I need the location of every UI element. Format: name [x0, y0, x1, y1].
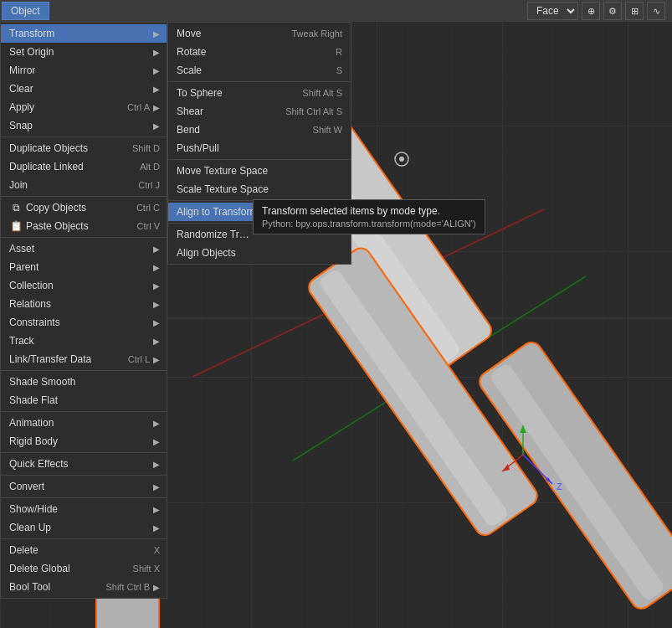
scale-texture-space-label: Scale Texture Space [177, 183, 342, 195]
divider-7 [1, 475, 167, 476]
shear-shortcut: Shift Ctrl Alt S [285, 106, 342, 116]
delete-global-label: Delete Global [9, 563, 116, 574]
menu-item-join[interactable]: Join Ctrl J [1, 176, 167, 194]
divider-4 [1, 370, 167, 371]
menu-item-rigid-body[interactable]: Rigid Body ▶ [1, 432, 167, 450]
rigid-body-arrow: ▶ [153, 437, 160, 446]
menu-item-track[interactable]: Track ▶ [1, 332, 167, 350]
menu-item-show-hide[interactable]: Show/Hide ▶ [1, 500, 167, 518]
submenu-item-move[interactable]: Move Tweak Right [168, 24, 351, 43]
submenu-item-move-texture-space[interactable]: Move Texture Space [168, 162, 351, 180]
track-arrow: ▶ [153, 337, 160, 346]
move-label: Move [177, 28, 278, 39]
paste-objects-shortcut: Ctrl V [137, 221, 161, 231]
submenu-item-scale-texture-space[interactable]: Scale Texture Space [168, 180, 351, 198]
object-mode-button[interactable]: Object [2, 2, 49, 20]
apply-shortcut: Ctrl A [127, 102, 150, 112]
grid-icon-btn[interactable]: ⊞ [625, 2, 644, 20]
collection-arrow: ▶ [153, 281, 160, 291]
divider-3 [1, 237, 167, 238]
shear-label: Shear [177, 106, 272, 117]
menu-item-clear[interactable]: Clear ▶ [1, 80, 167, 98]
link-transfer-label: Link/Transfer Data [9, 353, 111, 365]
topbar-right: Face ⊕ ⚙ ⊞ ∿ [527, 2, 672, 20]
duplicate-linked-shortcut: Alt D [140, 162, 160, 172]
menu-item-clean-up[interactable]: Clean Up ▶ [1, 518, 167, 537]
asset-arrow: ▶ [153, 245, 160, 254]
menu-item-snap[interactable]: Snap ▶ [1, 116, 167, 135]
clean-up-label: Clean Up [9, 522, 150, 533]
menu-item-convert[interactable]: Convert ▶ [1, 477, 167, 496]
divider-6 [1, 452, 167, 453]
menu-item-asset[interactable]: Asset ▶ [1, 239, 167, 258]
track-label: Track [9, 335, 150, 347]
clear-label: Clear [9, 83, 150, 95]
menu-item-set-origin[interactable]: Set Origin ▶ [1, 43, 167, 61]
quick-effects-label: Quick Effects [9, 458, 150, 470]
show-hide-arrow: ▶ [153, 505, 160, 514]
submenu-item-align-objects[interactable]: Align Objects [168, 244, 351, 262]
scale-shortcut: S [336, 65, 342, 75]
menu-item-relations[interactable]: Relations ▶ [1, 295, 167, 313]
menu-item-link-transfer[interactable]: Link/Transfer Data Ctrl L ▶ [1, 350, 167, 368]
menu-item-constraints[interactable]: Constraints ▶ [1, 313, 167, 332]
menu-item-paste-objects[interactable]: 📋 Paste Objects Ctrl V [1, 217, 167, 235]
join-shortcut: Ctrl J [138, 180, 160, 190]
delete-shortcut: X [154, 545, 160, 555]
menu-item-animation[interactable]: Animation ▶ [1, 414, 167, 432]
scale-label: Scale [177, 64, 323, 76]
relations-arrow: ▶ [153, 300, 160, 309]
constraints-arrow: ▶ [153, 318, 160, 327]
bool-tool-label: Bool Tool [9, 581, 89, 593]
tooltip-title: Transform selected items by mode type. [262, 205, 476, 217]
clear-arrow: ▶ [153, 85, 160, 94]
menu-item-shade-flat[interactable]: Shade Flat [1, 391, 167, 409]
menu-item-copy-objects[interactable]: ⧉ Copy Objects Ctrl C [1, 198, 167, 217]
link-icon-btn[interactable]: ⊕ [582, 2, 600, 20]
submenu-item-rotate[interactable]: Rotate R [168, 43, 351, 61]
rotate-label: Rotate [177, 46, 322, 58]
divider-9 [1, 538, 167, 539]
menu-item-parent[interactable]: Parent ▶ [1, 258, 167, 276]
submenu-item-to-sphere[interactable]: To Sphere Shift Alt S [168, 84, 351, 102]
menu-item-transform[interactable]: Transform ▶ [1, 24, 167, 43]
submenu-divider-2 [168, 159, 351, 160]
submenu-item-scale[interactable]: Scale S [168, 61, 351, 80]
wave-icon-btn[interactable]: ∿ [647, 2, 665, 20]
animation-arrow: ▶ [153, 419, 160, 428]
copy-objects-shortcut: Ctrl C [136, 203, 160, 213]
menu-item-mirror[interactable]: Mirror ▶ [1, 61, 167, 80]
set-origin-label: Set Origin [9, 46, 150, 58]
link-transfer-shortcut: Ctrl L [128, 354, 150, 364]
convert-label: Convert [9, 481, 150, 492]
bool-tool-arrow: ▶ [153, 583, 160, 592]
topbar: Object Face ⊕ ⚙ ⊞ ∿ [0, 0, 672, 22]
submenu-item-push-pull[interactable]: Push/Pull [168, 139, 351, 157]
duplicate-objects-shortcut: Shift D [132, 143, 160, 153]
menu-item-shade-smooth[interactable]: Shade Smooth [1, 373, 167, 391]
paste-icon: 📋 [9, 219, 23, 233]
menu-item-duplicate-objects[interactable]: Duplicate Objects Shift D [1, 139, 167, 157]
to-sphere-label: To Sphere [177, 87, 289, 99]
menu-item-bool-tool[interactable]: Bool Tool Shift Ctrl B ▶ [1, 578, 167, 596]
menu-item-quick-effects[interactable]: Quick Effects ▶ [1, 455, 167, 473]
duplicate-objects-label: Duplicate Objects [9, 142, 115, 154]
mirror-arrow: ▶ [153, 66, 160, 75]
face-select-dropdown[interactable]: Face [527, 2, 578, 20]
join-label: Join [9, 179, 121, 191]
menu-item-delete-global[interactable]: Delete Global Shift X [1, 559, 167, 578]
camera-icon-btn[interactable]: ⚙ [603, 2, 622, 20]
menu-item-delete[interactable]: Delete X [1, 541, 167, 559]
quick-effects-arrow: ▶ [153, 460, 160, 469]
mirror-label: Mirror [9, 64, 150, 76]
delete-label: Delete [9, 544, 137, 556]
submenu-item-shear[interactable]: Shear Shift Ctrl Alt S [168, 102, 351, 121]
menu-item-duplicate-linked[interactable]: Duplicate Linked Alt D [1, 157, 167, 176]
clean-up-arrow: ▶ [153, 523, 160, 533]
apply-label: Apply [9, 101, 110, 113]
menu-item-collection[interactable]: Collection ▶ [1, 276, 167, 295]
submenu-item-bend[interactable]: Bend Shift W [168, 121, 351, 139]
menu-item-apply[interactable]: Apply Ctrl A ▶ [1, 98, 167, 116]
relations-label: Relations [9, 298, 150, 310]
tooltip: Transform selected items by mode type. P… [253, 199, 485, 234]
